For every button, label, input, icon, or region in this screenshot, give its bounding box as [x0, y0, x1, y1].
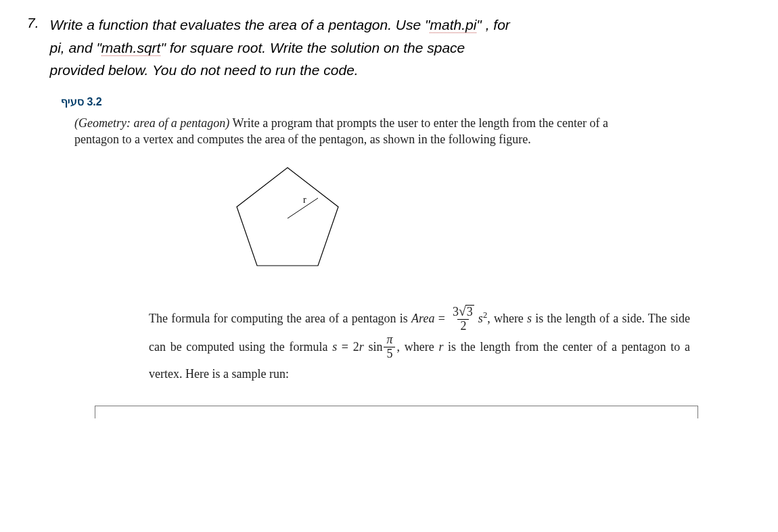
frac1-radicand: 3 [465, 305, 474, 319]
question-number: 7. [27, 14, 39, 31]
formula-mid: , where [487, 312, 527, 326]
formula-pre: The formula for computing the area of a … [149, 312, 411, 326]
frac1-num-a: 3 [453, 305, 459, 318]
s-sq-base: s [478, 312, 483, 326]
q-line2-c: " for square root. Write the solution on… [160, 40, 465, 55]
sqrt1: √3 [459, 304, 474, 319]
eq1: = [434, 312, 449, 326]
q-line2-a: pi, and " [50, 40, 101, 55]
sin: sin [364, 340, 383, 354]
pentagon-figure: r [230, 161, 751, 272]
r-var: r [359, 340, 364, 354]
exercise-heading: (Geometry: area of a pentagon) [74, 116, 229, 130]
frac2-den: 5 [384, 347, 395, 361]
section-label: 3.2 סעיף [61, 95, 751, 108]
code-mathsqrt: math.sqrt [101, 40, 161, 56]
area-var: Area [411, 312, 434, 326]
frac1-den: 2 [457, 319, 469, 333]
formula-paragraph: The formula for computing the area of a … [149, 306, 690, 385]
q-line1-c: " , for [476, 17, 509, 32]
formula-post: , where [396, 340, 438, 354]
pentagon-svg: r [230, 161, 345, 269]
q-line3: provided below. You do not need to run t… [50, 62, 359, 78]
question-block: 7. Write a function that evaluates the a… [27, 14, 751, 82]
r-label: r [303, 195, 306, 205]
pentagon-shape [237, 168, 338, 266]
frac1-num: 3√3 [450, 304, 477, 319]
eq2: = 2 [337, 340, 359, 354]
question-text: Write a function that evaluates the area… [50, 14, 510, 82]
code-mathpi: math.pi [430, 17, 476, 33]
frac2-num: π [384, 333, 395, 347]
fraction-1: 3√3 2 [450, 304, 477, 333]
sample-run-box [95, 406, 698, 418]
exercise-paragraph: (Geometry: area of a pentagon) Write a p… [74, 115, 629, 148]
q-line1-a: Write a function that evaluates the area… [50, 17, 430, 32]
fraction-2: π 5 [384, 333, 395, 361]
